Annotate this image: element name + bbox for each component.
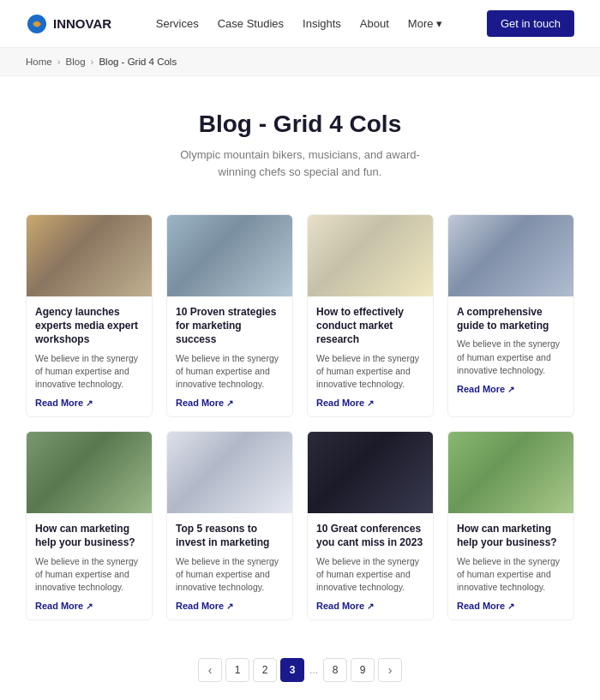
read-more-label-7: Read More [316,601,364,611]
pagination-page-2[interactable]: 2 [253,658,277,682]
read-more-arrow-1: ↗ [86,398,93,408]
nav-case-studies[interactable]: Case Studies [218,17,284,30]
page-subtitle: Olympic mountain bikers, musicians, and … [163,147,437,180]
read-more-arrow-5: ↗ [86,601,93,611]
card-body-6: Top 5 reasons to invest in marketing We … [167,513,292,619]
get-in-touch-button[interactable]: Get in touch [487,10,574,37]
blog-card-7: 10 Great conferences you cant miss in 20… [307,431,434,620]
card-title-5: How can marketing help your business? [35,522,143,549]
card-body-2: 10 Proven strategies for marketing succe… [167,296,292,416]
card-title-6: Top 5 reasons to invest in marketing [176,522,284,549]
read-more-5[interactable]: Read More ↗ [35,601,143,611]
read-more-label-5: Read More [35,601,83,611]
read-more-2[interactable]: Read More ↗ [176,398,284,408]
blog-card-1: Agency launches experts media expert wor… [26,214,153,417]
read-more-arrow-4: ↗ [507,385,514,394]
card-image-3 [308,215,433,296]
card-body-8: How can marketing help your business? We… [448,513,573,619]
read-more-label-1: Read More [35,398,83,408]
card-title-2: 10 Proven strategies for marketing succe… [176,305,284,347]
navbar: INNOVAR Services Case Studies Insights A… [0,0,600,48]
card-desc-8: We believe in the synergy of human exper… [457,555,565,595]
blog-card-6: Top 5 reasons to invest in marketing We … [166,431,293,620]
card-body-5: How can marketing help your business? We… [27,513,152,619]
read-more-arrow-3: ↗ [367,398,374,408]
read-more-label-6: Read More [176,601,224,611]
card-desc-4: We believe in the synergy of human exper… [457,338,565,377]
pagination-prev[interactable]: ‹ [198,658,222,682]
card-title-3: How to effectively conduct market resear… [316,305,424,347]
blog-card-2: 10 Proven strategies for marketing succe… [166,214,293,417]
card-body-7: 10 Great conferences you cant miss in 20… [308,513,433,619]
read-more-label-8: Read More [457,601,505,611]
breadcrumb-home[interactable]: Home [26,57,52,67]
card-desc-5: We believe in the synergy of human exper… [35,555,143,595]
card-image-4 [448,215,573,296]
pagination-page-9[interactable]: 9 [351,658,375,682]
logo-icon [26,13,48,35]
read-more-8[interactable]: Read More ↗ [457,601,565,611]
card-body-1: Agency launches experts media expert wor… [27,296,152,416]
blog-grid: Agency launches experts media expert wor… [0,206,600,637]
read-more-3[interactable]: Read More ↗ [316,398,424,408]
card-desc-3: We believe in the synergy of human exper… [316,352,424,392]
card-title-7: 10 Great conferences you cant miss in 20… [316,522,424,549]
blog-card-5: How can marketing help your business? We… [26,431,153,620]
blog-card-8: How can marketing help your business? We… [447,431,574,620]
card-image-8 [448,432,573,513]
card-image-1 [27,215,152,296]
card-image-6 [167,432,292,513]
blog-card-3: How to effectively conduct market resear… [307,214,434,417]
read-more-4[interactable]: Read More ↗ [457,384,565,394]
logo-text: INNOVAR [53,16,111,31]
card-body-4: A comprehensive guide to marketing We be… [448,296,573,403]
card-title-4: A comprehensive guide to marketing [457,305,565,332]
card-desc-6: We believe in the synergy of human exper… [176,555,284,595]
card-desc-1: We believe in the synergy of human exper… [35,352,143,392]
page-header: Blog - Grid 4 Cols Olympic mountain bike… [0,76,600,206]
breadcrumb-blog[interactable]: Blog [66,57,86,67]
card-title-1: Agency launches experts media expert wor… [35,305,143,347]
read-more-arrow-6: ↗ [226,601,233,611]
nav-services[interactable]: Services [156,17,199,30]
card-image-2 [167,215,292,296]
pagination-next[interactable]: › [378,658,402,682]
card-desc-2: We believe in the synergy of human exper… [176,352,284,392]
card-image-5 [27,432,152,513]
read-more-arrow-7: ↗ [367,601,374,611]
blog-card-4: A comprehensive guide to marketing We be… [447,214,574,417]
nav-about[interactable]: About [360,17,389,30]
breadcrumb: Home › Blog › Blog - Grid 4 Cols [0,48,600,76]
card-body-3: How to effectively conduct market resear… [308,296,433,416]
card-title-8: How can marketing help your business? [457,522,565,549]
nav-insights[interactable]: Insights [303,17,341,30]
read-more-label-3: Read More [316,398,364,408]
card-image-7 [308,432,433,513]
breadcrumb-current: Blog - Grid 4 Cols [99,57,177,67]
read-more-6[interactable]: Read More ↗ [176,601,284,611]
nav-more[interactable]: More ▾ [408,17,442,30]
read-more-arrow-8: ↗ [507,601,514,611]
card-desc-7: We believe in the synergy of human exper… [316,555,424,595]
read-more-1[interactable]: Read More ↗ [35,398,143,408]
pagination-page-8[interactable]: 8 [323,658,347,682]
read-more-arrow-2: ↗ [226,398,233,408]
pagination: ‹ 1 2 3 ... 8 9 › [0,637,600,700]
nav-links: Services Case Studies Insights About Mor… [156,17,442,30]
pagination-dots: ... [308,664,320,676]
read-more-7[interactable]: Read More ↗ [316,601,424,611]
logo[interactable]: INNOVAR [26,13,111,35]
pagination-page-3[interactable]: 3 [280,658,304,682]
read-more-label-2: Read More [176,398,224,408]
page-title: Blog - Grid 4 Cols [17,111,583,138]
read-more-label-4: Read More [457,384,505,394]
pagination-page-1[interactable]: 1 [225,658,249,682]
